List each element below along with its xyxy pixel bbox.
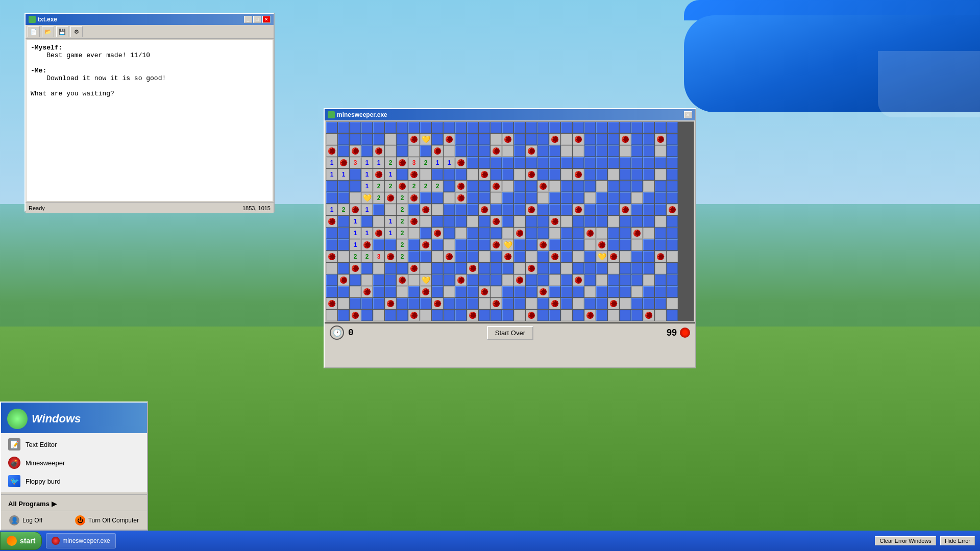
table-row[interactable]	[338, 192, 349, 204]
table-row[interactable]	[326, 228, 337, 239]
table-row[interactable]: ✸	[385, 192, 396, 204]
table-row[interactable]: ✸	[350, 145, 361, 157]
table-row[interactable]	[573, 181, 584, 192]
table-row[interactable]	[479, 310, 490, 321]
table-row[interactable]	[655, 181, 666, 192]
table-row[interactable]	[444, 298, 455, 309]
table-row[interactable]	[491, 122, 502, 133]
table-row[interactable]	[502, 298, 513, 309]
table-row[interactable]	[620, 263, 631, 274]
table-row[interactable]	[584, 157, 596, 168]
table-row[interactable]: ✸	[549, 298, 560, 309]
table-row[interactable]	[596, 157, 607, 168]
table-row[interactable]: 1	[385, 169, 396, 180]
table-row[interactable]	[596, 169, 607, 180]
table-row[interactable]	[420, 122, 431, 133]
table-row[interactable]: 2	[397, 204, 408, 215]
table-row[interactable]	[549, 169, 560, 180]
table-row[interactable]	[444, 122, 455, 133]
table-row[interactable]	[596, 310, 607, 321]
table-row[interactable]	[420, 216, 431, 227]
table-row[interactable]	[326, 239, 337, 251]
table-row[interactable]	[667, 216, 678, 227]
table-row[interactable]	[549, 145, 560, 157]
table-row[interactable]: ✸	[526, 263, 537, 274]
table-row[interactable]	[420, 263, 431, 274]
table-row[interactable]	[561, 228, 572, 239]
table-row[interactable]: ✸	[491, 298, 502, 309]
table-row[interactable]	[420, 192, 431, 204]
table-row[interactable]	[455, 263, 467, 274]
new-file-button[interactable]: 📄	[28, 26, 40, 37]
table-row[interactable]: 1	[385, 216, 396, 227]
table-row[interactable]: ✸	[584, 310, 596, 321]
table-row[interactable]	[608, 169, 619, 180]
table-row[interactable]	[432, 204, 443, 215]
table-row[interactable]	[467, 134, 478, 145]
table-row[interactable]: ✸	[338, 157, 349, 168]
table-row[interactable]: 1	[350, 239, 361, 251]
table-row[interactable]	[620, 169, 631, 180]
table-row[interactable]: ✸	[537, 239, 549, 251]
table-row[interactable]	[491, 251, 502, 262]
table-row[interactable]: ✸	[479, 204, 490, 215]
table-row[interactable]	[326, 286, 337, 297]
table-row[interactable]: 2	[361, 251, 373, 262]
table-row[interactable]	[361, 274, 373, 286]
table-row[interactable]	[455, 286, 467, 297]
table-row[interactable]	[514, 157, 525, 168]
table-row[interactable]	[385, 145, 396, 157]
table-row[interactable]: ✸	[444, 134, 455, 145]
table-row[interactable]	[561, 192, 572, 204]
table-row[interactable]	[338, 310, 349, 321]
table-row[interactable]	[549, 122, 560, 133]
table-row[interactable]	[620, 286, 631, 297]
table-row[interactable]	[573, 192, 584, 204]
table-row[interactable]	[549, 157, 560, 168]
table-row[interactable]: 💛	[502, 239, 513, 251]
table-row[interactable]: ✸	[326, 216, 337, 227]
table-row[interactable]	[338, 216, 349, 227]
table-row[interactable]	[667, 310, 678, 321]
table-row[interactable]	[432, 134, 443, 145]
table-row[interactable]	[608, 263, 619, 274]
table-row[interactable]	[631, 263, 643, 274]
table-row[interactable]	[479, 263, 490, 274]
table-row[interactable]	[549, 286, 560, 297]
table-row[interactable]	[455, 169, 467, 180]
table-row[interactable]: ✸	[455, 192, 467, 204]
table-row[interactable]: ✸	[526, 169, 537, 180]
table-row[interactable]	[573, 239, 584, 251]
table-row[interactable]: ✸	[643, 310, 654, 321]
table-row[interactable]	[526, 274, 537, 286]
table-row[interactable]	[432, 216, 443, 227]
table-row[interactable]	[643, 181, 654, 192]
table-row[interactable]	[596, 263, 607, 274]
table-row[interactable]	[655, 192, 666, 204]
table-row[interactable]	[373, 122, 384, 133]
table-row[interactable]	[361, 263, 373, 274]
start-button[interactable]: start	[0, 532, 42, 550]
table-row[interactable]: 1	[350, 228, 361, 239]
table-row[interactable]	[643, 239, 654, 251]
table-row[interactable]	[514, 181, 525, 192]
table-row[interactable]: 2	[397, 239, 408, 251]
sidebar-item-floppy-burd[interactable]: 🐦 Floppy burd	[1, 472, 147, 490]
table-row[interactable]: ✸	[620, 204, 631, 215]
table-row[interactable]	[373, 298, 384, 309]
table-row[interactable]	[631, 251, 643, 262]
table-row[interactable]	[596, 181, 607, 192]
table-row[interactable]	[455, 228, 467, 239]
table-row[interactable]: ✸	[397, 157, 408, 168]
table-row[interactable]	[561, 134, 572, 145]
table-row[interactable]	[338, 145, 349, 157]
table-row[interactable]	[631, 157, 643, 168]
table-row[interactable]	[573, 122, 584, 133]
table-row[interactable]	[561, 251, 572, 262]
table-row[interactable]	[667, 192, 678, 204]
table-row[interactable]	[620, 310, 631, 321]
table-row[interactable]	[338, 263, 349, 274]
table-row[interactable]	[561, 145, 572, 157]
table-row[interactable]: ✸	[584, 228, 596, 239]
table-row[interactable]	[385, 239, 396, 251]
